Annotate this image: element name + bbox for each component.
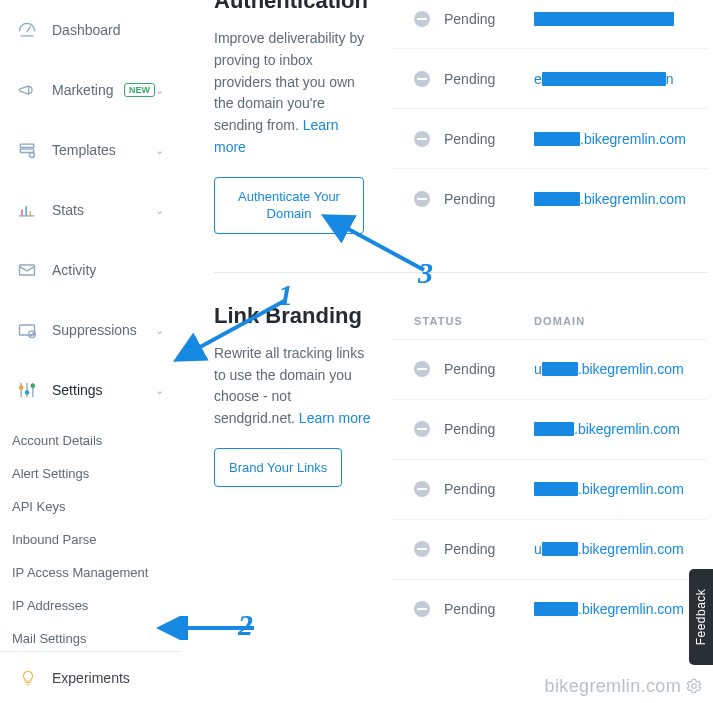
redacted-text bbox=[534, 192, 580, 206]
status-cell: Pending bbox=[414, 11, 534, 27]
sidebar-item-label: Templates bbox=[52, 142, 155, 158]
section-divider bbox=[214, 272, 707, 273]
svg-point-16 bbox=[31, 384, 34, 387]
domain-cell[interactable] bbox=[534, 12, 674, 26]
svg-rect-7 bbox=[20, 265, 35, 275]
sidebar-item-label: Settings bbox=[52, 382, 155, 398]
svg-point-14 bbox=[25, 391, 28, 394]
redacted-text bbox=[542, 542, 578, 556]
status-label: Pending bbox=[444, 601, 495, 617]
blocked-icon bbox=[16, 319, 38, 341]
sidebar: Dashboard Marketing NEW ⌄ Templates ⌄ St… bbox=[0, 0, 180, 703]
table-row[interactable]: Pending .bikegremlin.com bbox=[392, 579, 707, 639]
redacted-text bbox=[534, 132, 580, 146]
status-cell: Pending bbox=[414, 71, 534, 87]
chevron-down-icon: ⌄ bbox=[155, 204, 164, 217]
sidebar-bottom-item[interactable]: Experiments bbox=[0, 651, 180, 703]
feedback-tab[interactable]: Feedback bbox=[689, 569, 713, 665]
status-label: Pending bbox=[444, 541, 495, 557]
col-header-domain: DOMAIN bbox=[534, 315, 585, 327]
status-label: Pending bbox=[444, 191, 495, 207]
svg-point-2 bbox=[30, 153, 35, 158]
speedometer-icon bbox=[16, 19, 38, 41]
sidebar-item-label: Stats bbox=[52, 202, 155, 218]
subnav-item[interactable]: Alert Settings bbox=[0, 457, 180, 490]
domain-cell[interactable]: u .bikegremlin.com bbox=[534, 541, 684, 557]
pending-status-icon bbox=[414, 481, 430, 497]
domain-cell[interactable]: .bikegremlin.com bbox=[534, 421, 680, 437]
redacted-text bbox=[534, 422, 574, 436]
table-row[interactable]: Pending .bikegremlin.com bbox=[392, 459, 707, 519]
gear-icon bbox=[685, 677, 703, 695]
brand-links-button[interactable]: Brand Your Links bbox=[214, 448, 342, 488]
status-cell: Pending bbox=[414, 191, 534, 207]
subnav-item[interactable]: Inbound Parse bbox=[0, 523, 180, 556]
sidebar-item-label: Activity bbox=[52, 262, 164, 278]
layers-icon bbox=[16, 139, 38, 161]
status-label: Pending bbox=[444, 481, 495, 497]
status-cell: Pending bbox=[414, 481, 534, 497]
subnav-item[interactable]: IP Addresses bbox=[0, 589, 180, 622]
subnav-item[interactable]: API Keys bbox=[0, 490, 180, 523]
pending-status-icon bbox=[414, 71, 430, 87]
status-label: Pending bbox=[444, 361, 495, 377]
table-row[interactable]: Pending .bikegremlin.com bbox=[392, 399, 707, 459]
table-row[interactable]: Pending .bikegremlin.com bbox=[392, 168, 708, 228]
authenticate-domain-button[interactable]: Authenticate Your Domain bbox=[214, 177, 364, 234]
table-header: STATUS DOMAIN bbox=[392, 303, 707, 339]
auth-section-title: Authentication bbox=[214, 0, 374, 14]
subnav-item[interactable]: IP Access Management bbox=[0, 556, 180, 589]
redacted-text bbox=[534, 602, 578, 616]
bar-chart-icon bbox=[16, 199, 38, 221]
table-row[interactable]: Pending .bikegremlin.com bbox=[392, 108, 708, 168]
pending-status-icon bbox=[414, 191, 430, 207]
sidebar-item-stats[interactable]: Stats ⌄ bbox=[0, 180, 180, 240]
svg-point-20 bbox=[692, 684, 697, 689]
sidebar-item-dashboard[interactable]: Dashboard bbox=[0, 0, 180, 60]
status-label: Pending bbox=[444, 11, 495, 27]
status-cell: Pending bbox=[414, 361, 534, 377]
lightbulb-icon bbox=[18, 668, 38, 688]
sliders-icon bbox=[16, 379, 38, 401]
pending-status-icon bbox=[414, 541, 430, 557]
col-header-status: STATUS bbox=[414, 315, 534, 327]
domain-cell[interactable]: .bikegremlin.com bbox=[534, 601, 684, 617]
annotation-number-1: 1 bbox=[278, 278, 293, 312]
sidebar-item-templates[interactable]: Templates ⌄ bbox=[0, 120, 180, 180]
domain-cell[interactable]: .bikegremlin.com bbox=[534, 191, 686, 207]
svg-rect-0 bbox=[20, 144, 33, 147]
sidebar-item-activity[interactable]: Activity bbox=[0, 240, 180, 300]
link-learn-more-link[interactable]: Learn more bbox=[299, 410, 371, 426]
annotation-number-2: 2 bbox=[238, 608, 253, 642]
table-row[interactable]: Pending u .bikegremlin.com bbox=[392, 519, 707, 579]
sidebar-item-marketing[interactable]: Marketing NEW ⌄ bbox=[0, 60, 180, 120]
sidebar-item-suppressions[interactable]: Suppressions ⌄ bbox=[0, 300, 180, 360]
domain-cell[interactable]: e n bbox=[534, 71, 674, 87]
table-row[interactable]: Pending e n bbox=[392, 48, 708, 108]
chevron-down-icon: ⌄ bbox=[155, 84, 164, 97]
table-row[interactable]: Pending u .bikegremlin.com bbox=[392, 339, 707, 399]
status-cell: Pending bbox=[414, 421, 534, 437]
table-row[interactable]: Pending bbox=[392, 0, 708, 48]
status-label: Pending bbox=[444, 421, 495, 437]
link-section-desc: Rewrite all tracking links to use the do… bbox=[214, 343, 374, 430]
domain-cell[interactable]: .bikegremlin.com bbox=[534, 481, 684, 497]
pending-status-icon bbox=[414, 11, 430, 27]
status-cell: Pending bbox=[414, 541, 534, 557]
status-cell: Pending bbox=[414, 131, 534, 147]
domain-cell[interactable]: .bikegremlin.com bbox=[534, 131, 686, 147]
sidebar-item-label: Suppressions bbox=[52, 322, 155, 338]
status-cell: Pending bbox=[414, 601, 534, 617]
status-label: Pending bbox=[444, 71, 495, 87]
subnav-item[interactable]: Account Details bbox=[0, 424, 180, 457]
chevron-down-icon: ⌄ bbox=[155, 324, 164, 337]
sidebar-item-settings[interactable]: Settings ⌄ bbox=[0, 360, 180, 420]
new-badge: NEW bbox=[124, 83, 155, 97]
pending-status-icon bbox=[414, 361, 430, 377]
chevron-down-icon: ⌄ bbox=[155, 384, 164, 397]
redacted-text bbox=[534, 482, 578, 496]
domain-cell[interactable]: u .bikegremlin.com bbox=[534, 361, 684, 377]
watermark: bikegremlin.com bbox=[545, 676, 703, 697]
status-label: Pending bbox=[444, 131, 495, 147]
sidebar-item-label: Marketing bbox=[52, 82, 118, 98]
